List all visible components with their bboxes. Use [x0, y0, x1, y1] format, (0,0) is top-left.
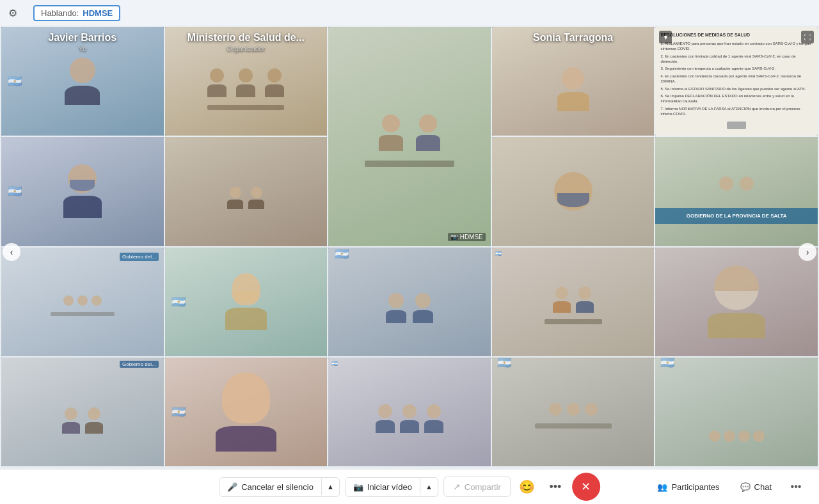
mute-button[interactable]: 🎤 Cancelar el silencio: [219, 478, 321, 496]
toolbar: 🎤 Cancelar el silencio ▲ 📷 Iniciar vídeo…: [0, 469, 819, 504]
video-cell-17: 🇦🇷: [328, 358, 491, 466]
nav-left-arrow[interactable]: ‹: [3, 243, 20, 261]
video-cell-19: 🇦🇷: [655, 358, 818, 466]
right-more-icon: •••: [791, 481, 802, 492]
video-btn-group: 📷 Iniciar vídeo ▲: [345, 477, 438, 497]
video-label: Iniciar vídeo: [367, 482, 412, 492]
toolbar-center: 🎤 Cancelar el silencio ▲ 📷 Iniciar vídeo…: [219, 473, 600, 501]
mic-icon: 🎤: [227, 482, 237, 492]
flag-19: 🇦🇷: [660, 358, 674, 370]
top-bar: ⚙ Hablando: HDMSE: [0, 0, 819, 26]
share-button[interactable]: ↗ Compartir: [443, 476, 511, 497]
mute-btn-group: 🎤 Cancelar el silencio ▲: [219, 477, 340, 497]
cell-name-javier: Javier Barrios Yo: [6, 32, 159, 52]
video-cell-12: 🇦🇷: [328, 248, 491, 356]
emoji-button[interactable]: 😊: [516, 475, 539, 498]
video-cell-16: 🇦🇷: [165, 358, 328, 466]
video-button[interactable]: 📷 Iniciar vídeo: [346, 478, 420, 496]
flag-6: 🇦🇷: [8, 184, 22, 198]
video-cell-javier: 🇦🇷 Javier Barrios Yo: [1, 27, 164, 136]
video-cell-10: Gobierno del...: [1, 248, 164, 356]
toolbar-right-more-button[interactable]: •••: [786, 476, 806, 497]
video-cell-15: Gobierno del...: [1, 358, 164, 466]
participants-label: Participantes: [671, 482, 719, 492]
speaking-name: HDMSE: [83, 8, 113, 18]
end-call-button[interactable]: ✕: [572, 473, 600, 501]
participants-icon: 👥: [657, 482, 667, 492]
video-cell-6: 🇦🇷: [1, 137, 164, 246]
participants-button[interactable]: 👥 Participantes: [651, 478, 726, 496]
toolbar-right: 👥 Participantes 💬 Chat •••: [651, 476, 806, 497]
video-cell-18: 🇦🇷: [492, 358, 655, 466]
cell-name-ministerio: Ministerio de Salud de... Organizador: [170, 32, 322, 52]
collapse-doc-btn[interactable]: ▼: [659, 31, 672, 43]
speaking-label: Hablando:: [41, 8, 79, 18]
share-label: Compartir: [465, 482, 501, 492]
video-grid: 🇦🇷 Javier Barrios Yo: [0, 26, 819, 469]
flag-12: 🇦🇷: [335, 248, 349, 261]
video-cell-doc: ▼ ⛶ RESOLUCIONES DE MEDIDAS DE SALUD 1. …: [655, 27, 818, 136]
camera-icon: 📷: [353, 482, 363, 492]
video-cell-8: [492, 137, 655, 246]
video-cell-14: [655, 248, 818, 356]
emoji-icon: 😊: [519, 479, 535, 494]
end-icon: ✕: [581, 480, 591, 494]
chat-label: Chat: [754, 482, 772, 492]
flag-16: 🇦🇷: [171, 405, 186, 419]
video-cell-ministerio: Ministerio de Salud de... Organizador: [165, 27, 328, 136]
nav-right-arrow[interactable]: ›: [799, 243, 816, 261]
mute-caret[interactable]: ▲: [321, 478, 339, 495]
mute-label: Cancelar el silencio: [241, 482, 314, 492]
speaking-badge: Hablando: HDMSE: [33, 5, 120, 21]
chat-button[interactable]: 💬 Chat: [734, 478, 778, 496]
video-caret[interactable]: ▲: [420, 478, 438, 495]
cell-name-sonia: Sonia Tarragona: [497, 32, 649, 43]
chat-icon: 💬: [740, 482, 751, 492]
hdmse-label: 📷 HDMSE: [448, 233, 486, 241]
more-options-button[interactable]: •••: [544, 475, 567, 498]
flag-18: 🇦🇷: [497, 358, 511, 370]
video-cell-11: 🇦🇷: [165, 248, 328, 356]
video-cell-13: 🇦🇷: [492, 248, 655, 356]
video-cell-7: [165, 137, 328, 246]
video-cell-9: GOBIERNO DE LA PROVINCIA DE SALTA: [655, 137, 818, 246]
gov-label: Gobierno del...: [120, 253, 158, 261]
share-icon: ↗: [453, 482, 461, 492]
settings-icon[interactable]: ⚙: [5, 5, 20, 20]
doc-content: RESOLUCIONES DE MEDIDAS DE SALUD 1. AISL…: [655, 27, 818, 136]
video-cell-sonia: Sonia Tarragona: [492, 27, 655, 136]
video-cell-hdmse: 📷 HDMSE: [328, 27, 491, 246]
more-icon: •••: [549, 480, 561, 494]
expand-doc-btn[interactable]: ⛶: [801, 31, 814, 43]
